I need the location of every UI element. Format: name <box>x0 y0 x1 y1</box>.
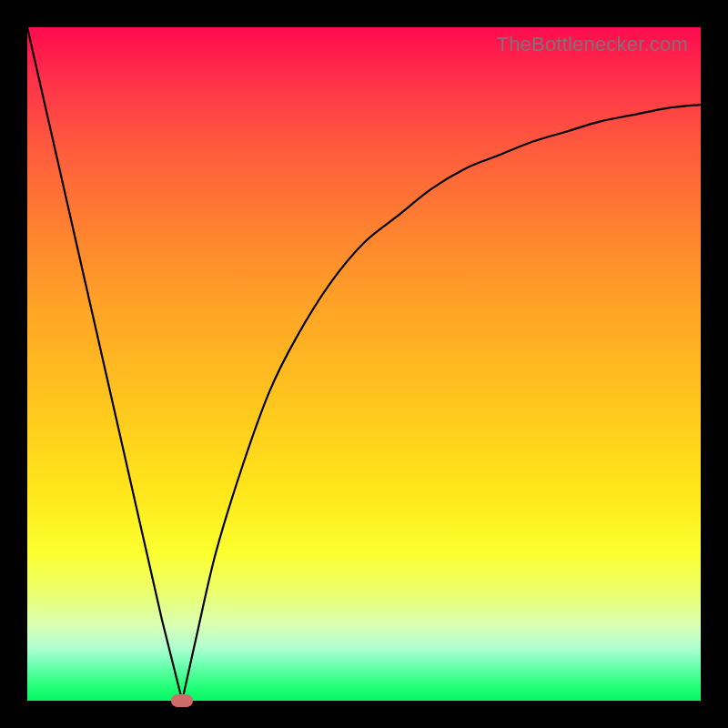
curve-svg <box>27 27 701 701</box>
plot-area: TheBottlenecker.com <box>27 27 701 701</box>
curve-path <box>27 27 701 701</box>
minimum-marker <box>171 694 193 707</box>
chart-frame: TheBottlenecker.com <box>0 0 728 728</box>
